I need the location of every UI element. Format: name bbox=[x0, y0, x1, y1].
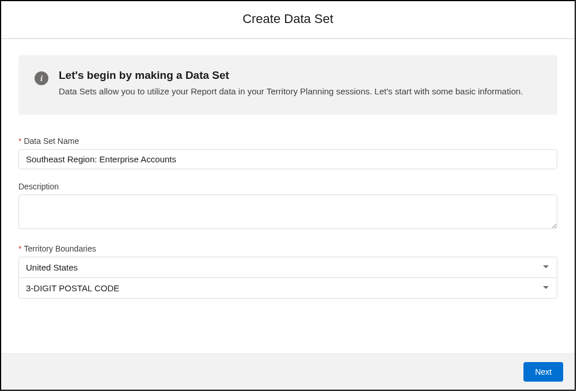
next-button[interactable]: Next bbox=[523, 362, 563, 382]
modal-header: Create Data Set bbox=[1, 1, 575, 39]
territory-boundaries-label: *Territory Boundaries bbox=[18, 244, 557, 253]
dataset-name-label-text: Data Set Name bbox=[24, 136, 79, 146]
description-textarea[interactable] bbox=[18, 195, 557, 229]
modal-title: Create Data Set bbox=[1, 12, 575, 26]
territory-boundaries-label-text: Territory Boundaries bbox=[24, 244, 96, 253]
territory-country-select-wrap: United States bbox=[18, 257, 557, 278]
modal-body: i Let's begin by making a Data Set Data … bbox=[1, 39, 575, 353]
description-label: Description bbox=[18, 182, 557, 191]
description-group: Description bbox=[18, 182, 557, 231]
required-marker: * bbox=[18, 136, 21, 146]
create-dataset-modal: Create Data Set i Let's begin by making … bbox=[0, 0, 576, 391]
required-marker: * bbox=[18, 244, 21, 253]
territory-boundaries-group: *Territory Boundaries United States 3-DI… bbox=[18, 244, 557, 299]
info-heading: Let's begin by making a Data Set bbox=[59, 69, 523, 82]
info-text: Data Sets allow you to utilize your Repo… bbox=[59, 85, 523, 98]
dataset-name-label: *Data Set Name bbox=[18, 136, 557, 146]
info-content: Let's begin by making a Data Set Data Se… bbox=[59, 69, 523, 98]
territory-granularity-select-wrap: 3-DIGIT POSTAL CODE bbox=[18, 277, 557, 299]
territory-country-select[interactable]: United States bbox=[18, 257, 557, 278]
dataset-name-input[interactable] bbox=[18, 149, 557, 169]
dataset-name-group: *Data Set Name bbox=[18, 136, 557, 169]
modal-footer: Next bbox=[1, 353, 575, 390]
territory-granularity-select[interactable]: 3-DIGIT POSTAL CODE bbox=[18, 277, 557, 299]
info-banner: i Let's begin by making a Data Set Data … bbox=[18, 55, 557, 115]
info-icon: i bbox=[35, 71, 48, 85]
